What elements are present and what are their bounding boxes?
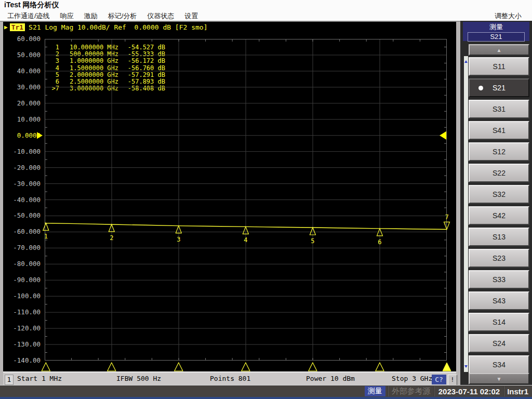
softkey-label: S12 (493, 148, 506, 156)
softkey-label: S24 (493, 339, 506, 348)
menu-bar: 工作通道/迹线响应激励标记/分析仪器状态设置 (2, 10, 203, 22)
softkey-s14[interactable]: S14 (469, 313, 529, 331)
y-axis-label: -20.000 (0, 164, 41, 171)
instrument-name-label: Instr1 (507, 387, 528, 396)
y-axis-label: -60.000 (0, 228, 41, 235)
window-title: iTest 网络分析仪 (4, 1, 59, 10)
softkey-label: S22 (493, 169, 506, 177)
ifbw-text[interactable]: IFBW 500 Hz (116, 375, 161, 382)
scrollbar-down-icon (464, 365, 468, 368)
softkey-label: S13 (493, 233, 506, 241)
datetime-label: 2023-07-11 02:02 (438, 387, 500, 396)
marker-number-label: 7 (445, 214, 448, 221)
resize-button[interactable]: 调整大小 (491, 10, 525, 22)
taskbar-bottom-accent (0, 397, 532, 399)
softkey-s42[interactable]: S42 (469, 206, 529, 225)
scroll-up-icon: ▲ (497, 47, 502, 53)
softkey-s23[interactable]: S23 (469, 249, 529, 268)
softkey-label: S21 (493, 84, 506, 92)
softkey-s13[interactable]: S13 (469, 228, 529, 246)
softkey-label: S42 (493, 211, 506, 220)
y-axis-label: -110.00 (0, 308, 41, 316)
y-axis-label: 30.000 (0, 83, 41, 91)
menu-item[interactable]: 响应 (55, 10, 79, 22)
trace-name-badge[interactable]: Tr1 (10, 23, 25, 31)
menu-item[interactable]: 标记/分析 (103, 10, 142, 22)
softkey-s32[interactable]: S32 (469, 185, 529, 204)
menu-item[interactable]: 设置 (179, 10, 203, 22)
softkey-s43[interactable]: S43 (469, 291, 529, 310)
y-axis-label: 20.000 (0, 99, 41, 107)
softkey-s12[interactable]: S12 (469, 142, 529, 161)
softkey-s22[interactable]: S22 (469, 164, 529, 182)
softkey-label: S34 (493, 361, 506, 369)
stimulus-marker (108, 363, 116, 371)
softkey-scroll-up-button[interactable]: ▲ (469, 44, 529, 56)
y-axis-label: -30.000 (0, 180, 41, 188)
y-axis-label: -120.00 (0, 324, 41, 332)
softkey-sidebar: 测量 S21 ▲ S11S21S31S41S12S22S32S42S13S23S… (460, 21, 532, 385)
graticule-plot: 1234567 (45, 39, 447, 376)
softkey-header-value: S21 (468, 32, 525, 42)
y-axis-label: -90.000 (0, 276, 41, 284)
y-axis-label: 60.000 (0, 35, 41, 43)
menu-item[interactable]: 工作通道/迹线 (2, 10, 55, 22)
softkey-label: S41 (493, 126, 506, 135)
y-axis-reference-label: 0.0000 (0, 131, 41, 139)
marker-number-label: 4 (244, 236, 247, 244)
marker-number-label: 3 (177, 236, 180, 243)
channel-status-bar: 1 Start 1 MHz IFBW 500 Hz Points 801 Pow… (3, 371, 456, 386)
y-axis-label: -140.00 (0, 356, 41, 364)
external-reference-label: 外部参考源 (392, 387, 431, 396)
y-axis-label: -10.000 (0, 148, 41, 155)
softkey-s21[interactable]: S21 (469, 78, 529, 97)
softkey-s34[interactable]: S34 (469, 355, 529, 374)
scroll-down-icon: ▼ (497, 376, 502, 382)
title-menu-bar: iTest 网络分析仪 工作通道/迹线响应激励标记/分析仪器状态设置 调整大小 (0, 0, 532, 21)
y-axis-label: -80.000 (0, 260, 41, 268)
window-border-right (456, 21, 460, 385)
warning-badge: ! (448, 375, 457, 385)
marker-number-label: 5 (311, 237, 314, 245)
softkey-label: S33 (493, 275, 506, 284)
softkey-label: S23 (493, 254, 506, 262)
taskbar-status-group: 测量 外部参考源 2023-07-11 02:02 Instr1 (365, 385, 531, 397)
taskbar-divider (503, 386, 504, 396)
softkey-s24[interactable]: S24 (469, 334, 529, 353)
softkey-header: 测量 S21 (463, 22, 529, 41)
softkey-s41[interactable]: S41 (469, 121, 529, 140)
menu-item[interactable]: 仪器状态 (142, 10, 179, 22)
stimulus-marker (175, 363, 183, 371)
softkey-s33[interactable]: S33 (469, 270, 529, 289)
softkey-s11[interactable]: S11 (469, 57, 529, 76)
channel-number-badge: 1 (5, 375, 14, 385)
softkey-scrollbar[interactable] (464, 56, 468, 372)
y-axis-label: 40.000 (0, 67, 41, 75)
y-axis-label: -100.00 (0, 292, 41, 300)
power-text[interactable]: Power 10 dBm (306, 375, 355, 382)
y-axis-label: -70.000 (0, 244, 41, 251)
marker-number-label: 1 (44, 233, 48, 240)
softkey-scroll-down-button[interactable]: ▼ (469, 373, 529, 384)
stimulus-marker (309, 363, 317, 371)
softkey-label: S32 (493, 190, 506, 198)
stimulus-marker (376, 363, 384, 371)
marker-number-label: 2 (110, 234, 113, 242)
y-axis-label: 50.000 (0, 51, 41, 59)
menu-item[interactable]: 激励 (79, 10, 103, 22)
instrument-taskbar: 测量 外部参考源 2023-07-11 02:02 Instr1 (0, 385, 532, 397)
trace-format-text: S21 Log Mag 10.00dB/ Ref 0.0000 dB [F2 s… (29, 23, 207, 31)
scrollbar-up-icon (464, 60, 468, 63)
ref-level-arrow-right (440, 131, 446, 140)
softkey-s31[interactable]: S31 (469, 100, 529, 118)
points-text[interactable]: Points 801 (210, 375, 250, 382)
analyzer-screen: iTest 网络分析仪 工作通道/迹线响应激励标记/分析仪器状态设置 调整大小 … (0, 0, 532, 399)
y-axis-label: -50.000 (0, 211, 41, 219)
active-trace-arrow-icon: ▶ (4, 24, 8, 31)
start-frequency-text[interactable]: Start 1 MHz (17, 375, 62, 382)
measure-mode-badge[interactable]: 测量 (365, 386, 385, 396)
softkey-label: S43 (493, 297, 506, 305)
y-axis-label: -40.000 (0, 196, 41, 204)
taskbar-divider (434, 386, 435, 396)
stop-frequency-text[interactable]: Stop 3 GHz (392, 375, 432, 382)
